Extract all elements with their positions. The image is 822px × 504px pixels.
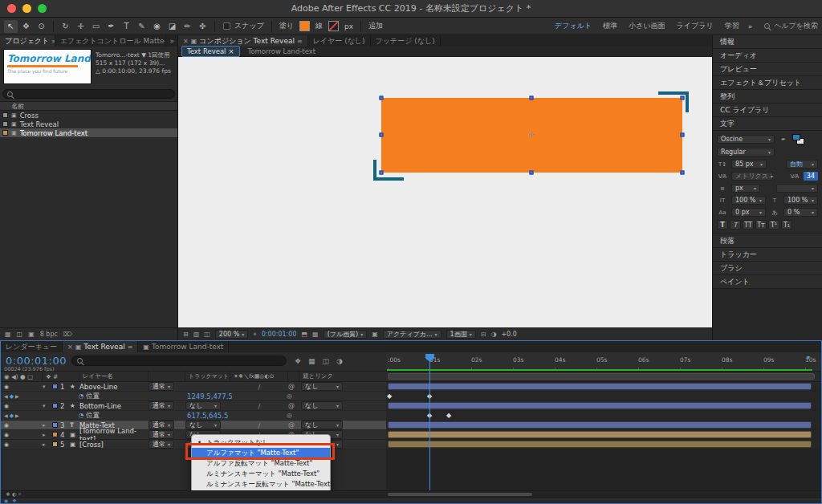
quality-switch-icon[interactable]: ∕ (258, 421, 261, 429)
project-item-cross[interactable]: ▣ Cross (0, 111, 177, 120)
project-search-input[interactable] (2, 89, 175, 99)
tab-timeline-tomorrow-land-text[interactable]: ▣ Tomorrow Land-text (138, 341, 229, 352)
text-color-swatch[interactable] (792, 134, 804, 144)
quality-switch-icon[interactable]: ∕ (258, 383, 261, 391)
property-row-position-1[interactable]: ◀ ◆ ▶ ◔ 位置 1249.5,477.5 ◎ ◆ ◆ (1, 392, 821, 401)
baseline-shift-dropdown[interactable]: 0 px▾ (731, 208, 766, 217)
rectangle-tool-icon[interactable]: ▭ (89, 20, 103, 33)
keyframe-icon[interactable]: ◆ (387, 392, 392, 400)
panel-header-audio[interactable]: オーディオ (713, 49, 822, 63)
font-style-dropdown[interactable]: Regular▾ (717, 148, 775, 156)
keyframe-icon[interactable]: ◆ (446, 412, 451, 419)
panel-header-info[interactable]: 情報 (713, 35, 822, 49)
pickwhip-icon[interactable]: @ (288, 383, 295, 390)
timeline-toggle-icons[interactable]: ❖ ◐ ⌗ (6, 491, 21, 498)
pickwhip-icon[interactable]: @ (288, 402, 295, 409)
font-family-dropdown[interactable]: Oscine▾ (717, 135, 775, 144)
blend-mode-dropdown[interactable]: 通常▾ (149, 421, 174, 429)
fill-label[interactable]: 塗り (279, 21, 294, 31)
close-tab-icon[interactable]: × (228, 47, 234, 55)
expander-icon[interactable]: ▸ (43, 422, 46, 429)
project-item-tomorrow-land-text[interactable]: ▣ Tomorrow Land-text (0, 128, 177, 137)
layer-name[interactable]: [Cross] (79, 441, 149, 449)
expander-icon[interactable]: ▸ (43, 441, 46, 448)
parent-dropdown[interactable]: なし▾ (301, 421, 343, 429)
eye-icon[interactable]: ◉ (4, 432, 9, 438)
composition-canvas[interactable]: ✛ (178, 57, 712, 327)
snap-checkbox[interactable] (223, 22, 230, 30)
anchor-point-icon[interactable]: ✛ (528, 131, 535, 139)
magnification-dropdown[interactable]: 200 %▾ (215, 330, 248, 339)
clone-stamp-tool-icon[interactable]: ◉ (150, 20, 164, 33)
pan-behind-tool-icon[interactable]: ✛ (74, 20, 87, 33)
zoom-tool-icon[interactable]: ⊙ (35, 20, 48, 33)
timeline-search-input[interactable] (71, 356, 287, 366)
link-icon[interactable]: ◎ (287, 412, 292, 419)
tab-composition[interactable]: × ▣ コンポジション Text Reveal ≡ (178, 35, 308, 47)
superscript-button[interactable]: T¹ (768, 220, 779, 230)
comp-end-marker-icon[interactable]: ▾ (807, 354, 810, 361)
interpret-footage-icon[interactable]: ▦ (5, 331, 11, 338)
expander-icon[interactable]: ▾ (43, 403, 46, 409)
view-layout-dropdown[interactable]: 1画面▾ (446, 330, 476, 339)
tab-effect-controls[interactable]: エフェクトコントロール Matte-Tex (55, 35, 167, 47)
trash-icon[interactable]: ⌦ (63, 331, 72, 338)
label-color-chip[interactable] (2, 112, 8, 118)
time-ruler[interactable]: :00s 01s 02s 03s 04s 05s 06s 07s 08s 09s… (386, 352, 821, 371)
layer-name[interactable]: Above-Line (79, 383, 149, 391)
hand-tool-icon[interactable]: ✥ (19, 20, 33, 33)
panel-header-character[interactable]: 文字 (713, 117, 822, 131)
work-area[interactable] (386, 372, 821, 381)
new-composition-icon[interactable]: ▣ (28, 331, 35, 338)
playhead[interactable] (429, 356, 430, 490)
type-tool-icon[interactable]: T (120, 20, 133, 33)
zoom-window-button[interactable] (38, 4, 47, 13)
draft-3d-icon[interactable]: ▦ (308, 357, 315, 365)
layer-name[interactable]: Bottom-Line (79, 402, 149, 410)
property-name[interactable]: 位置 (86, 411, 100, 421)
track-matte-dropdown[interactable]: なし▾ (185, 421, 221, 429)
show-channel-icon[interactable]: ▦ (312, 331, 319, 338)
faux-italic-button[interactable]: T (730, 220, 741, 230)
close-window-button[interactable] (7, 4, 16, 13)
layer-duration-bar[interactable] (388, 402, 812, 409)
frame-blending-icon[interactable]: ◑ (336, 357, 343, 365)
property-name[interactable]: 位置 (86, 392, 100, 401)
horizontal-scale-dropdown[interactable]: 100 %▾ (783, 196, 818, 205)
minimize-window-button[interactable] (22, 4, 31, 13)
link-icon[interactable]: ◎ (287, 392, 292, 400)
fill-color-swatch[interactable] (299, 21, 310, 31)
next-keyframe-icon[interactable]: ▶ (15, 413, 19, 418)
parent-dropdown[interactable]: なし▾ (301, 401, 343, 410)
layer-duration-bar[interactable] (388, 383, 812, 390)
tracking-value[interactable]: 34 (804, 172, 818, 181)
panel-menu-icon[interactable]: ≡ (297, 38, 303, 45)
panel-header-effects-presets[interactable]: エフェクト＆プリセット (713, 76, 822, 90)
workspace-libraries[interactable]: ライブラリ (672, 19, 718, 33)
selection-handle[interactable] (681, 96, 685, 100)
panel-header-paragraph[interactable]: 段落 (713, 234, 822, 248)
choose-grid-icon[interactable]: ⌖ (253, 331, 257, 339)
selection-tool-icon[interactable]: ↖ (4, 20, 18, 33)
position-value[interactable]: 617.5,645.5 (187, 412, 228, 420)
menu-item-alpha-inverted-matte[interactable]: アルファ反転マット "Matte-Text" (192, 458, 330, 469)
selection-handle[interactable] (380, 171, 384, 175)
project-item-text-reveal[interactable]: ▣ Text Reveal (0, 120, 177, 128)
add-keyframe-icon[interactable]: ◆ (10, 413, 14, 419)
menu-item-luma-inverted-matte[interactable]: ルミナンスキー反転マット "Matte-Text" (192, 479, 330, 490)
expander-icon[interactable]: ▸ (43, 432, 46, 438)
add-keyframe-icon[interactable]: ◆ (10, 393, 14, 400)
fast-previews-icon[interactable]: ▣ (372, 331, 378, 338)
composition-mini-flowchart-icon[interactable]: ❖ (295, 357, 301, 365)
workspace-standard[interactable]: 標準 (598, 19, 622, 33)
track-matte-dropdown[interactable]: なし▾ (185, 401, 221, 410)
close-tab-icon[interactable]: × (183, 38, 189, 45)
selection-handle[interactable] (681, 133, 685, 137)
exposure-value[interactable]: +0.0 (501, 331, 516, 338)
panel-header-align[interactable]: 整列 (713, 90, 822, 104)
layer-duration-bar[interactable] (388, 441, 812, 448)
snapshot-icon[interactable]: ⬒ (302, 331, 308, 338)
label-color-chip[interactable] (52, 384, 58, 389)
panel-header-paint[interactable]: ペイント (713, 275, 822, 289)
selection-handle[interactable] (380, 96, 384, 100)
